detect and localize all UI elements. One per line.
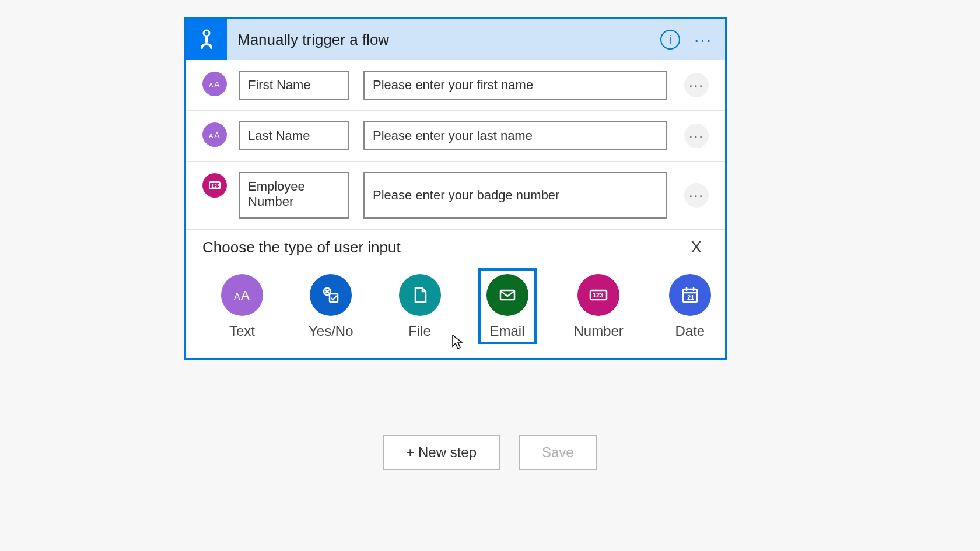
chooser-title: Choose the type of user input: [202, 238, 401, 257]
type-label: Email: [489, 323, 524, 339]
svg-text:A: A: [234, 292, 240, 301]
type-option-email[interactable]: Email: [478, 268, 537, 344]
input-row-first-name: AA ···: [186, 60, 725, 111]
type-option-date[interactable]: 21 Date: [661, 268, 719, 344]
date-icon: 21: [669, 274, 711, 316]
input-name-field[interactable]: Employee Number: [239, 172, 349, 219]
input-name-field[interactable]: [239, 121, 349, 150]
save-button[interactable]: Save: [519, 435, 597, 470]
type-label: Date: [676, 323, 705, 339]
input-prompt-field[interactable]: [363, 121, 667, 150]
svg-point-0: [204, 30, 209, 36]
svg-rect-1: [205, 37, 208, 43]
type-label: Yes/No: [309, 323, 354, 339]
type-option-file[interactable]: File: [391, 268, 449, 344]
trigger-card: Manually trigger a flow i ··· AA ··· AA: [184, 17, 727, 360]
input-name-field[interactable]: [239, 71, 349, 100]
number-type-icon: 123: [202, 173, 227, 198]
trigger-icon: [186, 19, 227, 60]
input-row-employee-number: 123 Employee Number ···: [186, 162, 725, 229]
email-icon: [487, 274, 528, 316]
type-option-text[interactable]: AA Text: [213, 268, 271, 344]
trigger-inputs: AA ··· AA ··· 123 Employee Number: [186, 60, 725, 229]
info-icon[interactable]: i: [660, 30, 680, 50]
flow-designer-canvas: Manually trigger a flow i ··· AA ··· AA: [0, 0, 980, 551]
svg-text:123: 123: [211, 183, 220, 189]
footer-actions: + New step Save: [0, 435, 980, 470]
svg-text:A: A: [209, 82, 214, 89]
number-icon: 123: [578, 274, 620, 316]
trigger-header[interactable]: Manually trigger a flow i ···: [186, 19, 725, 60]
input-row-more-icon[interactable]: ···: [684, 73, 709, 97]
yesno-icon: [310, 274, 352, 316]
type-option-yesno[interactable]: Yes/No: [300, 268, 362, 344]
new-step-button[interactable]: + New step: [383, 435, 500, 470]
input-type-chooser: Choose the type of user input X AA Text: [186, 229, 725, 358]
svg-text:A: A: [241, 288, 250, 303]
input-prompt-field[interactable]: [363, 71, 667, 100]
type-label: Number: [574, 323, 624, 339]
svg-text:A: A: [209, 132, 214, 139]
input-prompt-field[interactable]: [363, 172, 667, 219]
close-icon[interactable]: X: [684, 238, 709, 257]
type-option-number[interactable]: 123 Number: [566, 268, 632, 344]
text-type-icon: AA: [202, 122, 227, 147]
svg-text:A: A: [214, 131, 220, 140]
input-row-more-icon[interactable]: ···: [684, 183, 709, 208]
file-icon: [399, 274, 441, 316]
type-label: Text: [229, 323, 255, 339]
trigger-more-icon[interactable]: ···: [694, 31, 712, 48]
text-icon: AA: [221, 274, 263, 316]
trigger-title: Manually trigger a flow: [227, 31, 660, 49]
type-label: File: [408, 323, 431, 339]
input-row-last-name: AA ···: [186, 111, 725, 162]
text-type-icon: AA: [202, 72, 227, 96]
svg-text:A: A: [214, 80, 220, 89]
input-row-more-icon[interactable]: ···: [684, 124, 709, 148]
svg-text:123: 123: [593, 292, 603, 299]
svg-text:21: 21: [687, 294, 694, 301]
